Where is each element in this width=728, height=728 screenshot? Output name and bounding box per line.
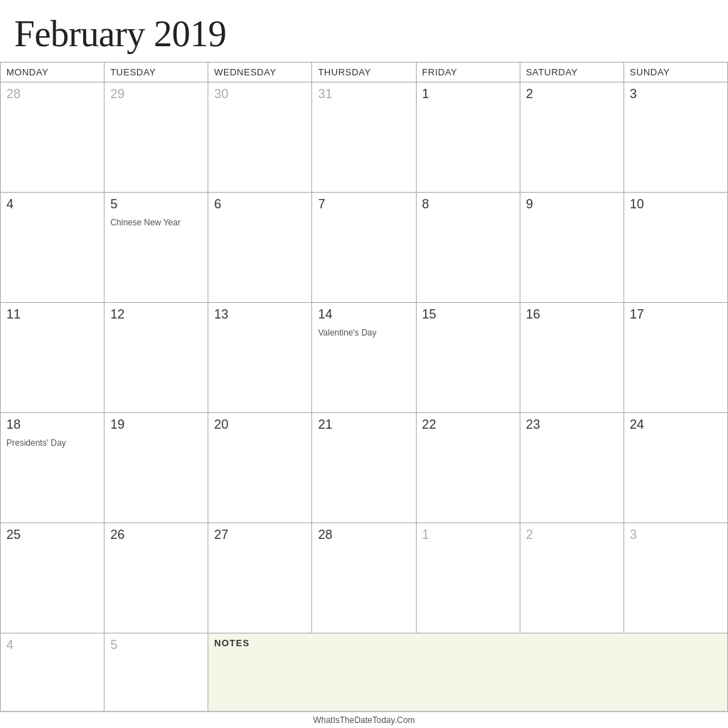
day-number: 5 (110, 197, 202, 212)
day-cell: 24 (624, 413, 728, 523)
week-row-2: 11121314Valentine's Day151617 (1, 303, 728, 413)
day-number: 3 (630, 87, 722, 102)
day-header-monday: MONDAY (1, 63, 105, 82)
day-cell: 23 (520, 413, 624, 523)
day-number: 26 (110, 528, 202, 542)
day-number: 18 (6, 417, 98, 432)
day-cell: 3 (624, 523, 728, 633)
day-header-tuesday: TUESDAY (105, 63, 208, 82)
day-number: 28 (6, 87, 98, 102)
day-number: 2 (526, 528, 618, 542)
day-number: 28 (318, 528, 410, 542)
day-number: 16 (526, 307, 618, 322)
day-header-wednesday: WEDNESDAY (208, 63, 312, 82)
day-number: 31 (318, 87, 410, 102)
day-cell: 28 (1, 82, 105, 192)
event-label: Valentine's Day (318, 328, 410, 339)
day-cell: 31 (312, 82, 416, 192)
calendar-container: February 2019 MONDAYTUESDAYWEDNESDAYTHUR… (0, 0, 728, 728)
day-cell: 4 (1, 193, 105, 302)
day-number: 2 (526, 87, 618, 102)
day-cell: 1 (417, 82, 520, 192)
day-number: 24 (630, 417, 722, 432)
day-cell: 3 (624, 82, 728, 192)
day-cell: 30 (208, 82, 312, 192)
day-cell: 2 (520, 523, 624, 633)
calendar-grid: MONDAYTUESDAYWEDNESDAYTHURSDAYFRIDAYSATU… (0, 62, 728, 712)
day-number: 5 (110, 638, 202, 653)
day-cell: 16 (520, 303, 624, 412)
day-cell: 1 (417, 523, 520, 633)
calendar-title: February 2019 (0, 0, 728, 62)
weeks-container: 2829303112345Chinese New Year67891011121… (1, 82, 728, 633)
day-cell: 26 (105, 523, 208, 633)
day-header-thursday: THURSDAY (312, 63, 416, 82)
footer: WhatIsTheDateToday.Com (0, 712, 728, 728)
day-cell: 7 (312, 193, 416, 302)
day-number: 8 (422, 197, 514, 212)
day-number: 13 (214, 307, 306, 322)
day-cell: 21 (312, 413, 416, 523)
week-row-4: 25262728123 (1, 523, 728, 633)
day-cell: 5Chinese New Year (105, 193, 208, 302)
day-number: 1 (422, 528, 514, 542)
week-row-3: 18Presidents' Day192021222324 (1, 413, 728, 523)
day-number: 27 (214, 528, 306, 542)
event-label: Chinese New Year (110, 218, 202, 229)
day-number: 19 (110, 417, 202, 432)
day-cell: 13 (208, 303, 312, 412)
day-number: 4 (6, 197, 98, 212)
week-row-0: 28293031123 (1, 82, 728, 193)
day-cell: 6 (208, 193, 312, 302)
day-number: 30 (214, 87, 306, 102)
notes-label: NOTES (214, 638, 722, 648)
day-header-saturday: SATURDAY (520, 63, 624, 82)
day-number: 1 (422, 87, 514, 102)
day-header-sunday: SUNDAY (624, 63, 728, 82)
day-cell: 22 (417, 413, 520, 523)
day-header-friday: FRIDAY (417, 63, 520, 82)
day-number: 21 (318, 417, 410, 432)
week-row-1: 45Chinese New Year678910 (1, 193, 728, 303)
day-number: 9 (526, 197, 618, 212)
day-cell: 27 (208, 523, 312, 633)
day-number: 4 (6, 638, 98, 653)
day-number: 22 (422, 417, 514, 432)
day-cell: 2 (520, 82, 624, 192)
day-cell: 9 (520, 193, 624, 302)
day-cell: 29 (105, 82, 208, 192)
day-number: 17 (630, 307, 722, 322)
day-cell: 12 (105, 303, 208, 412)
day-cell: 14Valentine's Day (312, 303, 416, 412)
day-number: 25 (6, 528, 98, 542)
day-number: 10 (630, 197, 722, 212)
day-cell: 10 (624, 193, 728, 302)
day-number: 7 (318, 197, 410, 212)
day-cell: 8 (417, 193, 520, 302)
day-cell: 20 (208, 413, 312, 523)
notes-empty-cell-1: 4 (1, 633, 105, 711)
day-cell: 15 (417, 303, 520, 412)
day-cell: 19 (105, 413, 208, 523)
day-number: 6 (214, 197, 306, 212)
day-number: 20 (214, 417, 306, 432)
day-headers: MONDAYTUESDAYWEDNESDAYTHURSDAYFRIDAYSATU… (1, 63, 728, 82)
day-number: 12 (110, 307, 202, 322)
day-number: 15 (422, 307, 514, 322)
day-cell: 17 (624, 303, 728, 412)
notes-section: NOTES (208, 633, 728, 711)
day-number: 29 (110, 87, 202, 102)
day-number: 14 (318, 307, 410, 322)
notes-row: 45NOTES (1, 633, 728, 712)
day-number: 3 (630, 528, 722, 542)
day-cell: 25 (1, 523, 105, 633)
day-cell: 28 (312, 523, 416, 633)
notes-empty-cell-2: 5 (105, 633, 208, 711)
day-number: 11 (6, 307, 98, 322)
event-label: Presidents' Day (6, 438, 98, 449)
day-cell: 18Presidents' Day (1, 413, 105, 523)
day-number: 23 (526, 417, 618, 432)
day-cell: 11 (1, 303, 105, 412)
